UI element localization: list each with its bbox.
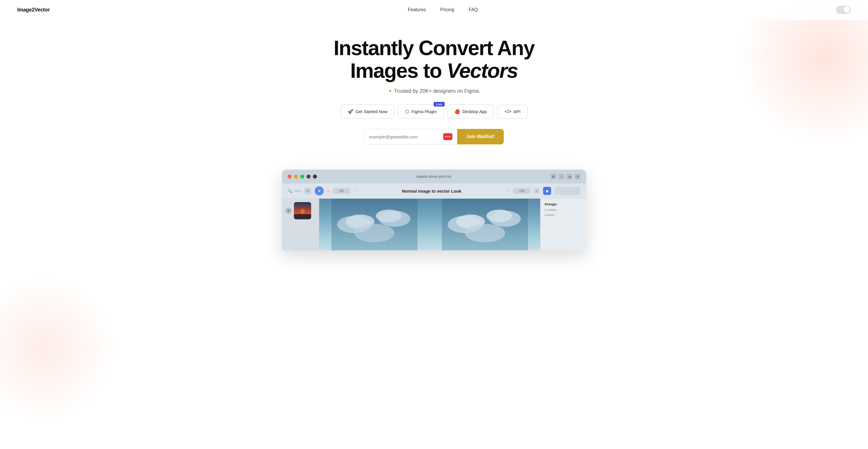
bg-blob-left — [0, 277, 115, 420]
app-preview-container: coporto aome yomi mo ↻ ↓ ▭ ↗ 🔍 ✕ ▾ + O2 … — [0, 170, 868, 250]
right-panel-line1: U-1 Bdorp — [545, 208, 582, 212]
svg-point-7 — [376, 210, 402, 222]
toolbar-dash2: — — [506, 189, 510, 193]
window-maximize-btn[interactable] — [300, 175, 304, 179]
left-panel: 👁 — [282, 199, 319, 250]
titlebar-icon-1[interactable]: ↻ — [551, 174, 556, 179]
nav-link-faq[interactable]: FAQ — [469, 7, 478, 12]
inner-toolbar: 🔍 ✕ ▾ + O2 — Normal image to vector Look… — [282, 183, 586, 199]
titlebar-icon-4[interactable]: ↗ — [575, 174, 580, 179]
toolbar-step-input[interactable]: O2 — [333, 188, 350, 194]
thumb-item: 👁 — [285, 202, 315, 219]
cloud-svg-left — [319, 199, 430, 250]
sparkle-icon: ✦ — [388, 88, 392, 94]
svg-point-14 — [465, 224, 505, 242]
right-panel-title: Aintagge — [545, 203, 582, 206]
figma-plugin-label: Figma Plugin — [411, 109, 437, 114]
thumb-svg — [294, 202, 311, 219]
right-panel: Aintagge U-1 Bdorp a camey. — [540, 199, 586, 250]
toolbar-step2-input[interactable]: Ct3 — [513, 188, 530, 194]
toolbar-confirm-btn[interactable]: ▣ — [543, 187, 551, 195]
toolbar-spacer-box — [555, 187, 580, 195]
hero-title-italic: Vectors — [446, 59, 518, 82]
waitlist-dots-icon — [443, 133, 453, 140]
hero-title-line2-plain: Images to — [350, 59, 446, 82]
nav-links: Features Pricing FAQ — [408, 7, 478, 12]
svg-rect-2 — [294, 214, 311, 219]
app-window: coporto aome yomi mo ↻ ↓ ▭ ↗ 🔍 ✕ ▾ + O2 … — [282, 170, 586, 250]
email-input[interactable] — [369, 134, 441, 139]
window-minimize-btn[interactable] — [294, 175, 298, 179]
action-buttons: 🚀 Get Started Now Live ⬡ Figma Plugin 🍎 … — [340, 104, 528, 119]
code-icon: </> — [505, 109, 511, 114]
thumb-image-inner — [294, 202, 311, 219]
window-extra-btn2 — [313, 175, 317, 179]
get-started-button[interactable]: 🚀 Get Started Now — [340, 104, 395, 119]
figma-plugin-button[interactable]: Live ⬡ Figma Plugin — [398, 104, 444, 119]
toolbar-nav-btn[interactable]: ▾ — [315, 186, 324, 196]
search-icon: 🔍 — [288, 189, 292, 193]
cloud-scene-left — [319, 199, 430, 250]
desktop-app-button[interactable]: 🍎 Desktop App — [447, 104, 494, 119]
svg-point-1 — [300, 209, 305, 214]
rocket-icon: 🚀 — [348, 109, 353, 114]
hero-subtitle: ✦ Trusted by 20K+ designers on Figma. — [388, 88, 480, 94]
email-row: Join Waitlist! — [364, 129, 504, 144]
navbar: Image2Vector Features Pricing FAQ — [0, 0, 868, 20]
theme-toggle[interactable] — [836, 6, 851, 14]
thumb-image[interactable] — [294, 202, 311, 219]
toolbar-close-btn[interactable]: ✕ — [304, 187, 311, 194]
email-input-wrapper — [364, 129, 457, 144]
nav-link-features[interactable]: Features — [408, 7, 426, 12]
image-panel-right — [430, 199, 540, 250]
api-label: API — [514, 109, 520, 114]
get-started-label: Get Started Now — [355, 109, 388, 114]
image-panel-left — [319, 199, 430, 250]
toolbar-search: 🔍 — [288, 189, 301, 193]
window-extra-btn1 — [307, 175, 311, 179]
toolbar-title: Normal image to vector Look — [361, 189, 503, 193]
brand-logo: Image2Vector — [17, 7, 50, 13]
nav-link-pricing[interactable]: Pricing — [440, 7, 454, 12]
hero-subtitle-text: Trusted by 20K+ designers on Figma. — [394, 88, 480, 94]
toolbar-search-pill[interactable] — [294, 190, 301, 192]
svg-point-13 — [487, 210, 513, 222]
svg-point-8 — [354, 224, 395, 242]
window-main-content: 👁 — [282, 199, 586, 250]
live-badge: Live — [434, 102, 445, 107]
right-panel-line2: a camey. — [545, 213, 582, 217]
titlebar-center: coporto aome yomi mo — [319, 175, 548, 179]
api-button[interactable]: </> API — [497, 105, 528, 119]
apple-icon: 🍎 — [454, 109, 460, 114]
thumb-eye-icon: 👁 — [285, 208, 291, 214]
cloud-svg-right — [430, 199, 540, 250]
titlebar-icon-3[interactable]: ▭ — [567, 174, 572, 179]
titlebar-right-icons: ↻ ↓ ▭ ↗ — [551, 174, 580, 179]
join-waitlist-button[interactable]: Join Waitlist! — [457, 129, 504, 144]
toolbar-dash: — — [353, 189, 357, 193]
hero-section: Instantly Convert Any Images to Vectors … — [0, 20, 868, 170]
hero-title-line1: Instantly Convert Any — [334, 36, 534, 59]
center-panels — [319, 199, 540, 250]
window-titlebar: coporto aome yomi mo ↻ ↓ ▭ ↗ — [282, 170, 586, 183]
cloud-scene-right — [430, 199, 540, 250]
toolbar-plus-icon: + — [327, 189, 330, 193]
toolbar-check-icon: ✓ — [534, 188, 539, 194]
toggle-knob — [844, 7, 850, 13]
titlebar-icon-2[interactable]: ↓ — [559, 174, 564, 179]
window-close-btn[interactable] — [288, 175, 291, 179]
hero-title: Instantly Convert Any Images to Vectors — [334, 37, 534, 82]
figma-icon: ⬡ — [405, 109, 409, 114]
desktop-app-label: Desktop App — [462, 109, 487, 114]
titlebar-text: coporto aome yomi mo — [416, 175, 451, 179]
